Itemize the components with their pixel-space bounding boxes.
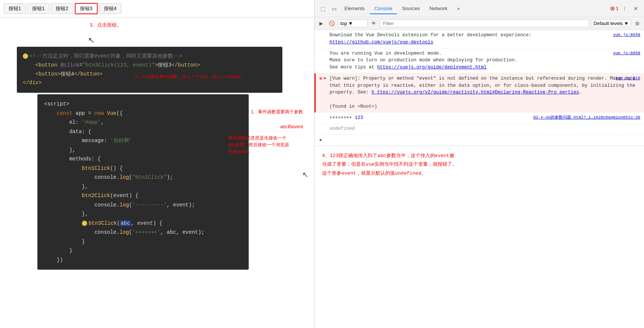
deployment-link[interactable]: https://vuejs.org/guide/deployment.html bbox=[377, 65, 487, 70]
expand-btn[interactable]: ▶ bbox=[324, 75, 326, 82]
cursor-icon: ↖ bbox=[88, 36, 95, 45]
more-options-icon[interactable]: ⋮ bbox=[619, 3, 630, 14]
devtools-link[interactable]: https://github.com/vuejs/vue-devtools bbox=[329, 40, 433, 45]
html-code-box: <!--方法定义时，我们需要event对象，同时又需要其他参数--> <butt… bbox=[17, 47, 282, 93]
error-badge: ⊗ 1 bbox=[610, 5, 619, 12]
levels-select[interactable]: Default levels ▼ bbox=[591, 19, 631, 27]
chevron-down-icon: ▼ bbox=[348, 21, 353, 26]
expand-arrow-icon[interactable]: ▶ bbox=[320, 138, 322, 142]
tab-console[interactable]: Console bbox=[370, 3, 397, 14]
console-entry-log1: 02-v-on的参数问题.html?_i…1620cbaqm1oo65io:39… bbox=[315, 113, 644, 124]
reactivity-link[interactable]: h ttps://vuejs.org/v2/guide/reactivity.h… bbox=[372, 90, 579, 95]
clear-icon[interactable]: 🚫 bbox=[327, 19, 336, 28]
devtools-topbar: ⬚ ▭ Elements Console Sources Network » ⊗… bbox=[315, 0, 644, 17]
filter-input[interactable] bbox=[380, 19, 589, 27]
button-bar: 按钮1 按钮1 按钮2 按钮3 按钮4 bbox=[0, 0, 314, 18]
context-select[interactable]: top ▼ bbox=[338, 19, 368, 27]
cursor2-icon: ↖ bbox=[302, 170, 309, 179]
execute-icon[interactable]: ▶ bbox=[317, 19, 326, 28]
tab-sources[interactable]: Sources bbox=[398, 3, 424, 14]
annotation-1-param: 1、事件函数需要两个参数 bbox=[251, 108, 303, 115]
console-entry-expand: ▶ bbox=[315, 135, 644, 146]
js-code-box: <script> const app = new Vue({ el: '#app… bbox=[37, 94, 249, 270]
console-entry-devtools: vue.js:8649 Download the Vue Devtools ex… bbox=[315, 30, 644, 48]
btn4-button[interactable]: 按钮4 bbox=[99, 3, 121, 14]
devtools-panel: ⬚ ▭ Elements Console Sources Network » ⊗… bbox=[314, 0, 644, 328]
console-entry-undefined: undefined bbox=[315, 123, 644, 135]
annotation-abc-event: abc和event bbox=[280, 123, 303, 130]
btn2-button[interactable]: 按钮2 bbox=[51, 3, 73, 14]
tab-network[interactable]: Network bbox=[425, 3, 452, 14]
inspect-icon[interactable]: ⬚ bbox=[318, 3, 328, 14]
devtools-toolbar: ▶ 🚫 top ▼ 👁 Default levels ▼ ⚙ bbox=[315, 17, 644, 30]
console-entry-devmode: vue.js:8658 You are running Vue in devel… bbox=[315, 48, 644, 73]
annotation-click: 3、点击按钮。 bbox=[90, 22, 122, 28]
annotation-2: 2、v-on绑定事件函数，传入一个123，传入一个event。 bbox=[135, 74, 245, 80]
line-ref-3[interactable]: vue.js:616 bbox=[616, 75, 640, 82]
tab-more[interactable]: » bbox=[453, 3, 464, 14]
line-ref-4[interactable]: 02-v-on的参数问题.html?_i…1620cbaqm1oo65io:39 bbox=[533, 114, 640, 121]
btn3-button[interactable]: 按钮3 bbox=[75, 3, 98, 14]
line-ref-1[interactable]: vue.js:8649 bbox=[613, 32, 640, 38]
btn1-button[interactable]: 按钮1 bbox=[4, 3, 26, 14]
line-ref-2[interactable]: vue.js:8658 bbox=[613, 50, 640, 56]
settings-icon[interactable]: ⚙ bbox=[633, 19, 642, 28]
console-output: vue.js:8649 Download the Vue Devtools ex… bbox=[315, 30, 644, 328]
eye-icon[interactable]: 👁 bbox=[369, 19, 378, 28]
annotation-4-block: 4、123很正确地传入到了abc参数当中，这个传入的event被 当成了变量，但… bbox=[315, 146, 644, 183]
tab-elements[interactable]: Elements bbox=[340, 3, 369, 14]
console-entry-error: ⊗ ▶ vue.js:616 [Vue warn]: Property or m… bbox=[315, 73, 644, 113]
chevron-down-icon2: ▼ bbox=[624, 21, 629, 26]
annotation-desc: 事件函数的意思是先接收一个 abc参数，然后接收一个浏览器 对象event。 bbox=[228, 135, 303, 155]
left-panel: 按钮1 按钮1 按钮2 按钮3 按钮4 3、点击按钮。 ↖ <!--方法定义时，… bbox=[0, 0, 314, 328]
btn1b-button[interactable]: 按钮1 bbox=[27, 3, 49, 14]
close-icon[interactable]: ✕ bbox=[631, 3, 641, 14]
device-icon[interactable]: ▭ bbox=[329, 3, 339, 14]
error-icon: ⊗ bbox=[319, 75, 322, 83]
